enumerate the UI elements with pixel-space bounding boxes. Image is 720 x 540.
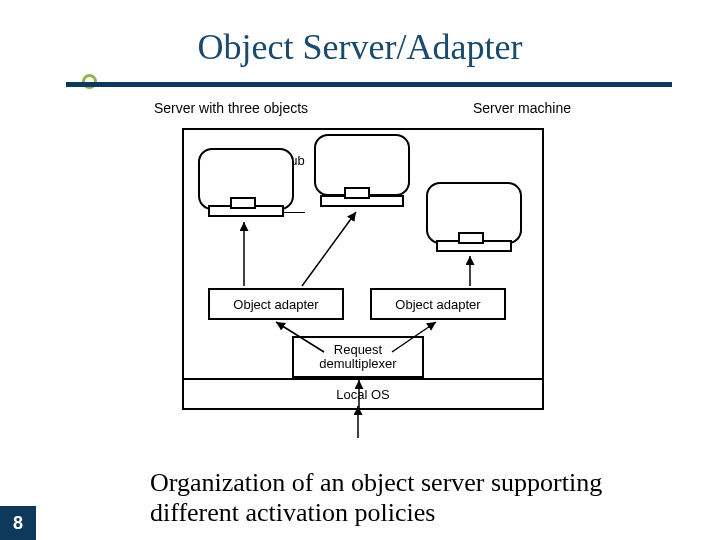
stub-1: [230, 197, 256, 209]
server-machine-box: Object's stub (skeleton) Object adapter …: [182, 128, 544, 410]
svg-line-1: [302, 212, 356, 286]
slide-title: Object Server/Adapter: [0, 26, 720, 68]
title-underline: [66, 82, 672, 87]
diagram: Server with three objects Server machine…: [148, 100, 573, 438]
label-server-machine: Server machine: [473, 100, 571, 116]
object-adapter-1: Object adapter: [208, 288, 344, 320]
request-demultiplexer: Request demultiplexer: [292, 336, 424, 378]
caption: Organization of an object server support…: [150, 468, 690, 528]
slide: Object Server/Adapter Server with three …: [0, 0, 720, 540]
stub-3: [458, 232, 484, 244]
page-number: 8: [0, 506, 36, 540]
label-server-objects: Server with three objects: [154, 100, 308, 116]
external-arrow: [348, 400, 378, 440]
stub-2: [344, 187, 370, 199]
object-adapter-2: Object adapter: [370, 288, 506, 320]
